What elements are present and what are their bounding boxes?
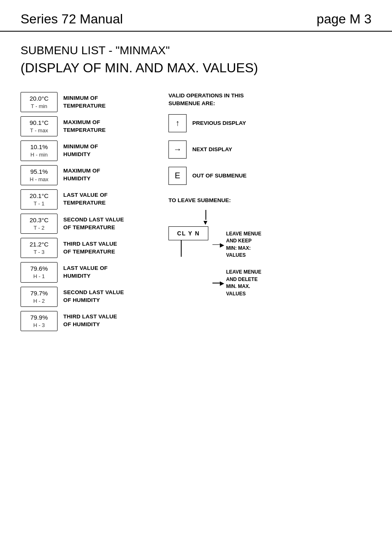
display-lbl-9: H - 3 [25, 322, 53, 329]
display-val-1: 90.1°C [25, 118, 53, 127]
display-val-7: 79.6% [25, 264, 53, 273]
ops-list: ↑ PREVIOUS DISPLAY → NEXT DISPLAY E OUT … [168, 114, 371, 185]
flow-down-arrow: ▼ [168, 210, 371, 226]
data-row-0: 20.0°C T - min MINIMUM OFTEMPERATURE [21, 92, 152, 112]
display-lbl-7: H - 1 [25, 273, 53, 280]
header-title: Series 72 Manual [21, 12, 123, 27]
display-val-9: 79.9% [25, 313, 53, 322]
display-lbl-1: T - max [25, 127, 53, 134]
ops-title: VALID OPERATIONS IN THIS SUBMENUE ARE: [168, 92, 371, 108]
branch-y-text: LEAVE MENUE AND KEEP MIN: MAX: VALUES [226, 230, 261, 259]
data-row-2: 10.1% H - min MINIMUM OFHUMIDITY [21, 140, 152, 161]
flowchart: ▼ CL Y N [168, 210, 371, 305]
leave-submenu-title: TO LEAVE SUBMENUE: [168, 197, 371, 203]
display-box-1: 90.1°C T - max [21, 116, 58, 136]
display-box-3: 95.1% H - max [21, 165, 58, 185]
display-lbl-8: H - 2 [25, 297, 53, 305]
op-label-2: OUT OF SUBMENUE [192, 173, 247, 179]
display-box-8: 79.7% H - 2 [21, 287, 58, 307]
display-box-5: 20.3°C T - 2 [21, 214, 58, 234]
op-icon-2: E [168, 167, 187, 185]
op-label-1: NEXT DISPLAY [192, 146, 232, 152]
display-lbl-0: T - min [25, 103, 53, 110]
header-page: page M 3 [317, 12, 371, 27]
main-section: 20.0°C T - min MINIMUM OFTEMPERATURE 90.… [21, 92, 371, 335]
display-val-8: 79.7% [25, 289, 53, 297]
row-desc-9: THIRD LAST VALUEOF HUMIDITY [63, 313, 117, 329]
row-desc-1: MAXIMUM OFTEMPERATURE [63, 119, 106, 134]
row-desc-5: SECOND LAST VALUEOF TEMPERATURE [63, 216, 124, 232]
row-desc-4: LAST VALUE OFTEMPERATURE [63, 191, 108, 207]
data-row-5: 20.3°C T - 2 SECOND LAST VALUEOF TEMPERA… [21, 214, 152, 234]
row-desc-3: MAXIMUM OFHUMIDITY [63, 167, 100, 183]
display-val-5: 20.3°C [25, 216, 53, 224]
data-row-9: 79.9% H - 3 THIRD LAST VALUEOF HUMIDITY [21, 311, 152, 331]
data-row-6: 21.2°C T - 3 THIRD LAST VALUEOF TEMPERAT… [21, 238, 152, 258]
row-desc-0: MINIMUM OFTEMPERATURE [63, 94, 106, 110]
row-desc-7: LAST VALUE OFHUMIDITY [63, 265, 108, 280]
op-icon-1: → [168, 140, 187, 159]
page-header: Series 72 Manual page M 3 [0, 0, 392, 32]
display-box-9: 79.9% H - 3 [21, 311, 58, 331]
row-desc-6: THIRD LAST VALUEOF TEMPERATURE [63, 240, 117, 256]
content: SUBMENU LIST - "MINMAX" (DISPLAY OF MIN.… [0, 32, 392, 348]
data-row-8: 79.7% H - 2 SECOND LAST VALUEOF HUMIDITY [21, 287, 152, 307]
display-lbl-4: T - 1 [25, 200, 53, 207]
display-val-3: 95.1% [25, 167, 53, 176]
display-lbl-5: T - 2 [25, 224, 53, 232]
display-lbl-2: H - min [25, 151, 53, 159]
op-row-1: → NEXT DISPLAY [168, 140, 371, 159]
op-row-2: E OUT OF SUBMENUE [168, 167, 371, 185]
display-box-6: 21.2°C T - 3 [21, 238, 58, 258]
display-val-2: 10.1% [25, 143, 53, 151]
op-row-0: ↑ PREVIOUS DISPLAY [168, 114, 371, 132]
data-row-3: 95.1% H - max MAXIMUM OFHUMIDITY [21, 165, 152, 185]
display-box-7: 79.6% H - 1 [21, 262, 58, 282]
branch-y: ▶ LEAVE MENUE AND KEEP MIN: MAX: VALUES [212, 226, 261, 259]
data-row-4: 20.1°C T - 1 LAST VALUE OFTEMPERATURE [21, 189, 152, 210]
display-lbl-3: H - max [25, 176, 53, 183]
left-panel: 20.0°C T - min MINIMUM OFTEMPERATURE 90.… [21, 92, 152, 335]
op-icon-0: ↑ [168, 114, 187, 132]
clyn-section: CL Y N ▶ [168, 226, 371, 305]
row-desc-2: MINIMUM OFHUMIDITY [63, 143, 98, 159]
data-row-7: 79.6% H - 1 LAST VALUE OFHUMIDITY [21, 262, 152, 282]
display-title: (DISPLAY OF MIN. AND MAX. VALUES) [21, 60, 371, 76]
display-val-4: 20.1°C [25, 191, 53, 200]
row-desc-8: SECOND LAST VALUEOF HUMIDITY [63, 289, 124, 304]
clyn-box: CL Y N [168, 226, 208, 240]
display-val-6: 21.2°C [25, 240, 53, 249]
data-row-1: 90.1°C T - max MAXIMUM OFTEMPERATURE [21, 116, 152, 136]
branch-n-text: LEAVE MENUE AND DELETE MIN. MAX. VALUES [226, 269, 261, 297]
display-box-4: 20.1°C T - 1 [21, 189, 58, 210]
right-panel: VALID OPERATIONS IN THIS SUBMENUE ARE: ↑… [168, 92, 371, 335]
display-box-0: 20.0°C T - min [21, 92, 58, 112]
submenu-title: SUBMENU LIST - "MINMAX" [21, 44, 371, 57]
display-lbl-6: T - 3 [25, 249, 53, 256]
display-box-2: 10.1% H - min [21, 140, 58, 161]
branch-n: ▶ LEAVE MENUE AND DELETE MIN. MAX. VALUE… [212, 266, 261, 297]
op-label-0: PREVIOUS DISPLAY [192, 120, 246, 126]
clyn-branches: ▶ LEAVE MENUE AND KEEP MIN: MAX: VALUES [212, 226, 261, 305]
display-val-0: 20.0°C [25, 94, 53, 103]
